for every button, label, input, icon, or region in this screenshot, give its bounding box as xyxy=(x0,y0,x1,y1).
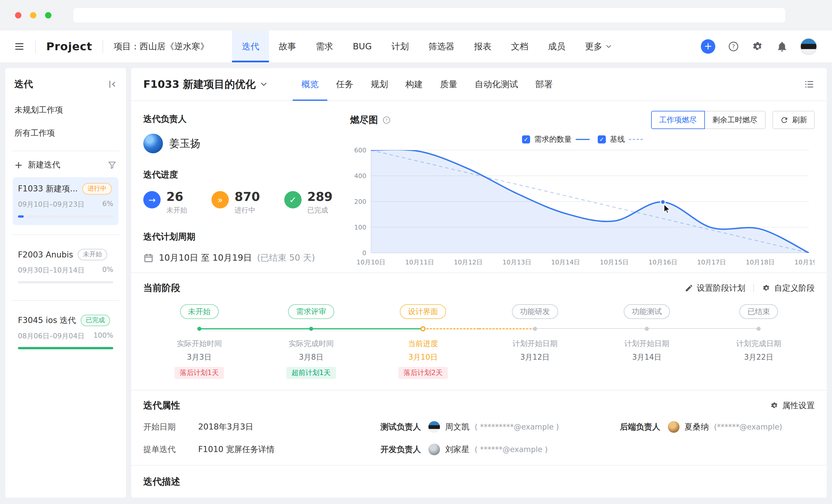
nav-item-report[interactable]: 报表 xyxy=(464,31,501,62)
tab-automation[interactable]: 自动化测试 xyxy=(466,68,527,101)
sidebar-link-unplanned[interactable]: 未规划工作项 xyxy=(15,105,117,115)
person-email: (******@example) xyxy=(714,423,782,431)
divider xyxy=(11,151,120,151)
custom-stage-button[interactable]: 自定义阶段 xyxy=(762,283,815,293)
iteration-card-f3045[interactable]: F3045 ios 迭代 已完成 08月06日–09月04日 100% xyxy=(13,309,119,357)
check-icon: ✓ xyxy=(284,191,302,208)
burndown-panel: 燃尽图 工作项燃尽 剩余工时燃尽 刷新 xyxy=(350,111,815,269)
maximize-window-button[interactable] xyxy=(45,12,51,19)
tab-quality[interactable]: 质量 xyxy=(431,68,466,101)
checkbox-checked-icon[interactable]: ✓ xyxy=(598,135,606,143)
iteration-percent: 100% xyxy=(93,331,113,341)
person-name[interactable]: 夏桑纳 xyxy=(685,421,709,432)
close-window-button[interactable] xyxy=(15,12,21,19)
stage-dot xyxy=(309,327,313,331)
iteration-card-f2003[interactable]: F2003 Anubis 未开始 09月30日–10月14日 0% xyxy=(13,243,119,291)
tab-tasks[interactable]: 任务 xyxy=(327,68,362,101)
nav-item-plan[interactable]: 计划 xyxy=(382,31,419,62)
property-value[interactable]: F1010 宽屏任务详情 xyxy=(198,444,275,455)
person-name[interactable]: 刘家星 xyxy=(445,444,469,455)
stat-in-progress: » 870 进行中 xyxy=(211,190,260,215)
tab-build[interactable]: 构建 xyxy=(397,68,431,101)
iteration-title-dropdown[interactable]: F1033 新建项目的优化 xyxy=(143,77,268,91)
progress-bar xyxy=(18,347,113,349)
gear-icon xyxy=(762,284,771,292)
gear-icon[interactable] xyxy=(752,40,764,53)
svg-text:200: 200 xyxy=(354,198,366,205)
progress-bar xyxy=(18,281,113,283)
status-badge: 已完成 xyxy=(81,315,110,326)
person-email: ( ******@example ) xyxy=(475,445,548,454)
iteration-percent: 0% xyxy=(102,265,113,275)
nav-item-more[interactable]: 更多 xyxy=(575,31,623,62)
stat-value: 289 xyxy=(307,190,333,204)
svg-text:10月18日: 10月18日 xyxy=(746,259,775,266)
stage-dot xyxy=(533,327,537,331)
stage-pill: 已结束 xyxy=(739,304,778,319)
svg-text:400: 400 xyxy=(354,172,366,179)
nav-item-iteration[interactable]: 迭代 xyxy=(232,31,269,62)
legend-demand-count[interactable]: ✓ 需求的数量 xyxy=(522,134,590,144)
stage-delay-badge: 落后计划2天 xyxy=(398,367,448,379)
minimize-window-button[interactable] xyxy=(30,12,36,19)
iteration-properties-section: 迭代属性 属性设置 开始日期 2018年3月3日 测试负责人 周文凯 xyxy=(131,390,827,465)
nav-item-requirement[interactable]: 需求 xyxy=(306,31,343,62)
iteration-detail-panel: F1033 新建项目的优化 概览 任务 规划 构建 质量 自动化测试 部署 迭代… xyxy=(131,68,827,498)
project-name[interactable]: 项目：西山居《逆水寒》 xyxy=(113,41,209,53)
list-view-icon[interactable] xyxy=(804,79,815,90)
filter-icon[interactable] xyxy=(107,160,117,169)
divider xyxy=(11,300,120,301)
legend-baseline[interactable]: ✓ 基线 xyxy=(598,134,643,144)
stage-date: 3月8日 xyxy=(299,352,323,362)
sidebar-link-all-items[interactable]: 所有工作项 xyxy=(15,128,117,139)
nav-item-member[interactable]: 成员 xyxy=(538,31,575,62)
nav-item-bug[interactable]: BUG xyxy=(343,31,382,62)
tab-planning[interactable]: 规划 xyxy=(362,68,397,101)
gear-icon xyxy=(770,401,779,410)
nav-item-document[interactable]: 文档 xyxy=(501,31,538,62)
property-settings-button[interactable]: 属性设置 xyxy=(770,400,815,411)
refresh-button[interactable]: 刷新 xyxy=(773,111,815,129)
description-title: 迭代描述 xyxy=(143,476,180,487)
set-stage-plan-button[interactable]: 设置阶段计划 xyxy=(685,283,745,293)
create-button[interactable]: + xyxy=(701,39,715,54)
person-name[interactable]: 周文凯 xyxy=(445,421,469,432)
double-arrow-icon: » xyxy=(211,191,229,208)
workitem-burndown-button[interactable]: 工作项燃尽 xyxy=(651,111,705,129)
iteration-card-f1033[interactable]: F1033 新建项... 进行中 09月10日–09月23日 6% xyxy=(13,177,119,225)
divider xyxy=(753,284,754,292)
stage-pill: 未开始 xyxy=(180,304,219,319)
burndown-mode-toggle: 工作项燃尽 剩余工时燃尽 xyxy=(651,111,765,129)
refresh-icon xyxy=(780,116,789,124)
bell-icon[interactable] xyxy=(776,40,788,53)
svg-text:10月14日: 10月14日 xyxy=(551,259,580,266)
help-icon[interactable] xyxy=(382,115,391,125)
avatar xyxy=(428,421,440,433)
tab-overview[interactable]: 概览 xyxy=(293,68,327,101)
hamburger-menu-icon[interactable] xyxy=(14,41,25,52)
arrow-right-icon: → xyxy=(143,191,161,208)
owner-avatar xyxy=(143,134,163,153)
divider xyxy=(103,40,103,53)
iteration-name: F3045 ios 迭代 xyxy=(18,315,76,326)
svg-text:10月15日: 10月15日 xyxy=(600,259,629,266)
hours-burndown-button[interactable]: 剩余工时燃尽 xyxy=(704,111,765,129)
stat-value: 870 xyxy=(235,190,260,204)
nav-item-filter[interactable]: 筛选器 xyxy=(419,31,464,62)
help-icon[interactable] xyxy=(727,40,739,53)
user-avatar[interactable] xyxy=(800,38,817,55)
progress-bar xyxy=(18,215,113,218)
nav-item-story[interactable]: 故事 xyxy=(269,31,306,62)
collapse-sidebar-icon[interactable] xyxy=(107,79,117,89)
owner-label: 迭代负责人 xyxy=(143,113,350,125)
avatar xyxy=(428,444,440,455)
checkbox-checked-icon[interactable]: ✓ xyxy=(522,135,530,143)
property-label: 测试负责人 xyxy=(381,421,421,432)
solid-line-sample xyxy=(576,139,590,140)
svg-text:10月19日: 10月19日 xyxy=(795,259,815,266)
iteration-title: F1033 新建项目的优化 xyxy=(143,77,256,91)
tab-deploy[interactable]: 部署 xyxy=(527,68,561,101)
address-bar[interactable] xyxy=(73,8,785,23)
progress-fill xyxy=(18,215,24,218)
new-iteration-button[interactable]: + 新建迭代 xyxy=(15,159,60,170)
